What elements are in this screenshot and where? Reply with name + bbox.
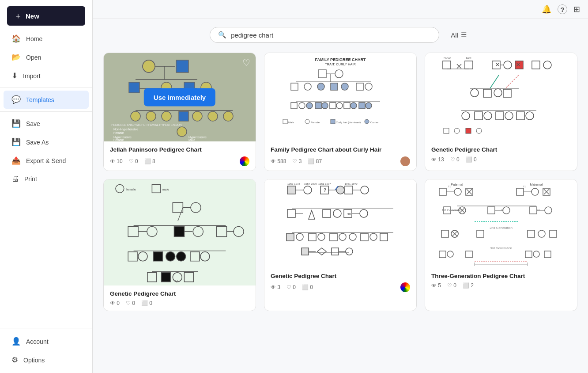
heart-icon[interactable]: ♡ xyxy=(242,57,250,68)
svg-point-171 xyxy=(346,248,353,255)
main-content: 🔔 ? ⊞ 🔍 All ☰ xyxy=(93,0,588,373)
svg-point-14 xyxy=(162,111,171,121)
card-footer-2: Family Pedigree Chart about Curly Hair 👁… xyxy=(264,141,416,171)
svg-point-200 xyxy=(545,207,552,214)
search-bar: 🔍 xyxy=(210,27,439,43)
svg-point-31 xyxy=(335,70,343,78)
svg-point-96 xyxy=(476,128,482,133)
svg-rect-145 xyxy=(287,209,295,217)
sidebar-item-save-as[interactable]: 💾 Save As xyxy=(4,133,89,151)
template-card-2[interactable]: FAMILY PEDIGREE CHART TRAIT: CURLY HAIR xyxy=(264,53,417,171)
svg-rect-63 xyxy=(443,61,451,69)
home-icon: 🏠 xyxy=(11,34,21,43)
svg-rect-89 xyxy=(496,112,504,120)
svg-rect-39 xyxy=(356,83,363,90)
help-icon[interactable]: ? xyxy=(558,4,567,14)
svg-rect-141 xyxy=(345,186,353,194)
svg-point-52 xyxy=(366,103,372,109)
svg-point-88 xyxy=(484,112,492,120)
sidebar-item-export[interactable]: 📤 Export & Send xyxy=(4,152,89,170)
copies-stat: ⬜ 87 xyxy=(308,158,322,164)
sidebar-item-label: Templates xyxy=(26,96,54,103)
template-card-1[interactable]: Non-Hypertensive Female Hypertensive Fem… xyxy=(103,53,256,171)
sidebar-divider xyxy=(0,88,92,88)
card-title-1: Jellah Paninsoro Pedigree Chart xyxy=(110,146,249,154)
svg-point-43 xyxy=(299,103,305,109)
notification-icon[interactable]: 🔔 xyxy=(542,4,551,14)
sidebar-item-options[interactable]: ⚙ Options xyxy=(4,351,89,369)
card-footer-6: Three-Generation Pedigree Chart 👁 5 ♡ 0 … xyxy=(425,268,577,293)
copies-stat: ⬜ 0 xyxy=(466,156,477,163)
svg-rect-95 xyxy=(466,128,471,133)
svg-point-19 xyxy=(177,127,187,137)
card-stats-5: 👁 3 ♡ 0 ⬜ 0 xyxy=(271,282,410,292)
sidebar-item-home[interactable]: 🏠 Home xyxy=(4,30,89,48)
svg-rect-166 xyxy=(302,248,309,255)
svg-point-120 xyxy=(177,251,186,261)
topbar: 🔔 ? ⊞ xyxy=(93,0,588,19)
card-image-1: Non-Hypertensive Female Hypertensive Fem… xyxy=(104,53,256,141)
card-image-4: female male xyxy=(104,179,256,285)
svg-text:Male: Male xyxy=(188,138,195,141)
svg-point-216 xyxy=(447,251,453,257)
svg-point-69 xyxy=(504,61,512,69)
svg-text:Curly hair (dominant): Curly hair (dominant) xyxy=(336,121,361,124)
svg-rect-125 xyxy=(161,272,170,282)
svg-line-104 xyxy=(178,207,183,221)
svg-text:Male: Male xyxy=(288,121,294,124)
svg-text:Carrier: Carrier xyxy=(370,121,378,124)
svg-text:1961-1997: 1961-1997 xyxy=(318,183,331,185)
sidebar-item-label: Account xyxy=(26,338,49,345)
template-card-5[interactable]: 1957-1972 1957-2000 1961-1997 ? xyxy=(264,179,417,312)
svg-point-73 xyxy=(543,61,551,69)
sidebar-item-save[interactable]: 💾 Save xyxy=(4,114,89,133)
copies-stat: ⬜ 0 xyxy=(302,284,313,290)
card-footer-3: Genetic Pedigree Chart 👁 13 ♡ 0 ⬜ 0 xyxy=(425,141,577,167)
svg-rect-45 xyxy=(315,103,321,109)
sidebar-item-templates[interactable]: 💬 Templates xyxy=(4,91,89,109)
svg-rect-211 xyxy=(528,230,535,237)
filter-button[interactable]: All ☰ xyxy=(446,28,471,42)
svg-text:?: ? xyxy=(175,279,178,284)
search-input[interactable] xyxy=(231,31,431,39)
svg-rect-195 xyxy=(488,207,495,214)
svg-text:2nd Generation: 2nd Generation xyxy=(490,226,513,230)
template-card-6[interactable]: Paternal Maternal xyxy=(425,179,577,312)
svg-point-212 xyxy=(538,230,545,237)
svg-rect-218 xyxy=(525,251,532,258)
views-stat: 👁 3 xyxy=(271,284,280,290)
apps-icon[interactable]: ⊞ xyxy=(573,4,580,14)
search-area: 🔍 All ☰ xyxy=(93,19,588,48)
card-stats-6: 👁 5 ♡ 0 ⬜ 2 xyxy=(431,282,571,289)
svg-point-90 xyxy=(505,112,513,120)
template-card-4[interactable]: female male xyxy=(103,179,256,312)
sidebar-item-print[interactable]: 🖨 Print xyxy=(4,170,89,188)
svg-point-122 xyxy=(200,251,210,261)
svg-point-103 xyxy=(191,202,201,213)
svg-rect-64 xyxy=(465,61,473,69)
svg-text:Maternal: Maternal xyxy=(530,183,543,186)
svg-point-219 xyxy=(533,251,539,257)
svg-rect-215 xyxy=(439,251,446,258)
sidebar-item-account[interactable]: 👤 Account xyxy=(4,332,89,350)
svg-rect-80 xyxy=(483,89,491,97)
use-immediately-button[interactable]: Use immediately xyxy=(144,88,215,107)
sidebar-item-import[interactable]: ⬇ Import xyxy=(4,67,89,85)
card-stats-2: 👁 588 ♡ 3 ⬜ 87 xyxy=(271,156,410,166)
svg-text:1961-1970: 1961-1970 xyxy=(345,183,358,185)
svg-text:38: 38 xyxy=(347,212,351,216)
card-title-4: Genetic Pedigree Chart xyxy=(110,290,249,298)
svg-point-48 xyxy=(336,103,343,109)
template-card-3[interactable]: Steve Alec xyxy=(425,53,577,171)
sidebar-bottom: 👤 Account ⚙ Options xyxy=(0,328,92,373)
filter-menu-icon: ☰ xyxy=(461,31,467,39)
svg-text:FAMILY PEDIGREE CHART: FAMILY PEDIGREE CHART xyxy=(315,57,366,62)
svg-point-108 xyxy=(147,226,157,236)
svg-point-117 xyxy=(138,251,147,261)
new-button[interactable]: ＋ New xyxy=(7,6,85,26)
svg-rect-47 xyxy=(330,103,336,109)
svg-text:Female: Female xyxy=(311,121,320,124)
svg-point-79 xyxy=(471,89,479,97)
import-icon: ⬇ xyxy=(11,71,18,80)
sidebar-item-open[interactable]: 📂 Open xyxy=(4,48,89,66)
